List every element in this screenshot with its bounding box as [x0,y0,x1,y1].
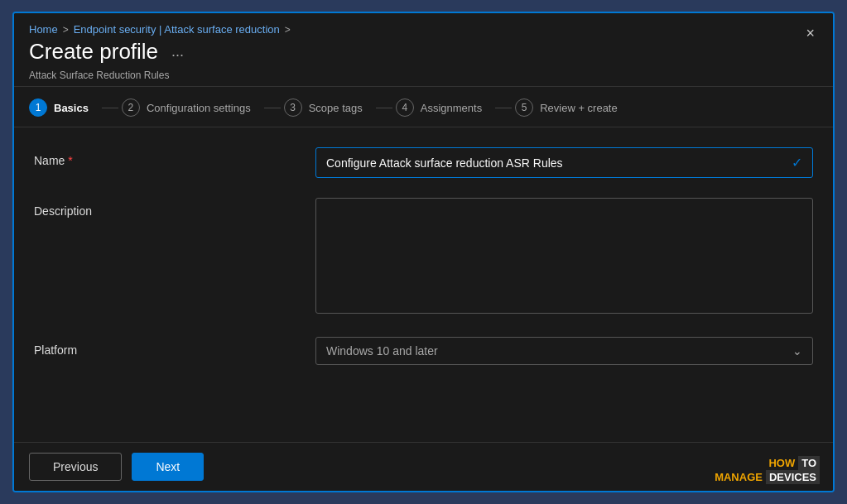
breadcrumb-sep1: > [63,24,69,36]
step-2-num: 2 [122,98,140,117]
step-5-num: 5 [515,98,533,117]
platform-select[interactable]: Windows 10 and later ⌄ [315,337,813,365]
platform-row: Platform Windows 10 and later ⌄ [34,337,813,365]
page-title: Create profile [29,39,158,65]
name-row: Name* Configure Attack surface reduction… [34,147,813,178]
previous-button[interactable]: Previous [29,453,122,481]
step-5-label: Review + create [540,102,618,114]
breadcrumb-endpoint[interactable]: Endpoint security | Attack surface reduc… [74,23,280,36]
breadcrumb: Home > Endpoint security | Attack surfac… [29,23,818,36]
step-assignments[interactable]: 4 Assignments [396,98,495,127]
name-input-display[interactable]: Configure Attack surface reduction ASR R… [315,147,813,178]
checkmark-icon: ✓ [792,155,802,170]
step-4-num: 4 [396,98,414,117]
description-row: Description [34,198,813,317]
watermark-manage: MANAGE [715,471,763,483]
step-divider-3 [376,108,392,108]
required-star: * [68,154,72,167]
breadcrumb-home[interactable]: Home [29,23,58,36]
watermark: HOW TO MANAGE DEVICES [715,456,820,484]
description-textarea[interactable] [315,198,813,314]
platform-label: Platform [34,337,299,357]
watermark-how: HOW [768,457,795,469]
step-divider-4 [495,108,512,108]
step-basics[interactable]: 1 Basics [29,98,102,127]
step-scope[interactable]: 3 Scope tags [284,98,376,127]
ellipsis-button[interactable]: ... [166,41,189,62]
step-3-label: Scope tags [309,102,363,114]
step-4-label: Assignments [421,102,482,114]
step-config[interactable]: 2 Configuration settings [122,98,264,127]
name-field-container: Configure Attack surface reduction ASR R… [315,147,813,178]
main-content: Name* Configure Attack surface reduction… [14,127,833,442]
title-bar: Home > Endpoint security | Attack surfac… [14,13,833,87]
watermark-devices: DEVICES [766,470,820,484]
step-3-num: 3 [284,98,302,117]
description-label: Description [34,198,299,218]
breadcrumb-sep2: > [285,24,291,36]
next-button[interactable]: Next [132,453,204,481]
step-divider-2 [264,108,281,108]
watermark-to: TO [798,456,820,470]
step-1-num: 1 [29,98,47,117]
step-review[interactable]: 5 Review + create [515,98,631,127]
footer: Previous Next HOW TO MANAGE DEVICES [14,442,833,491]
subtitle: Attack Surface Reduction Rules [29,70,818,81]
step-divider-1 [102,108,118,108]
platform-field-container: Windows 10 and later ⌄ [315,337,813,365]
close-button[interactable]: × [799,23,821,44]
name-input-value: Configure Attack surface reduction ASR R… [326,156,563,170]
stepper: 1 Basics 2 Configuration settings 3 Scop… [14,87,833,127]
name-label: Name* [34,147,299,167]
title-left: Create profile ... [29,39,189,65]
description-field-container [315,198,813,317]
chevron-down-icon: ⌄ [792,344,802,358]
step-2-label: Configuration settings [147,102,251,114]
title-row: Create profile ... × [29,39,818,65]
platform-value: Windows 10 and later [326,344,438,358]
step-1-label: Basics [54,102,89,114]
create-profile-window: Home > Endpoint security | Attack surfac… [12,12,835,492]
